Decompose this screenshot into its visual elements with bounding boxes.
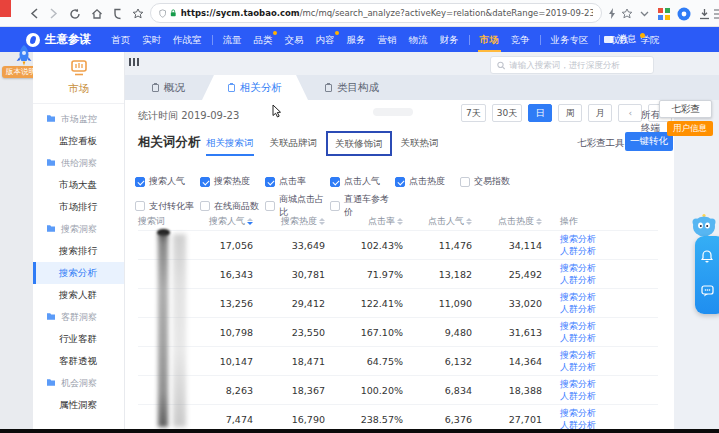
nav-item-home[interactable]: 首页 xyxy=(109,27,132,52)
word-tab-related-search-words[interactable]: 相关搜索词 xyxy=(199,130,261,156)
tab-category-composition[interactable]: 类目构成 xyxy=(308,76,396,100)
action-link-search-analysis[interactable]: 搜索分析 xyxy=(560,378,658,390)
word-tab-modifier-words[interactable]: 关联修饰词 xyxy=(326,131,392,156)
nav-item-finance[interactable]: 财务 xyxy=(438,27,461,52)
search-input[interactable] xyxy=(509,60,647,70)
brand[interactable]: 生意参谋 xyxy=(26,32,91,47)
sidebar-item-search-analysis[interactable]: 搜索分析 xyxy=(33,262,124,284)
tab-related-analysis[interactable]: 相关分析 xyxy=(202,75,308,100)
column-label: 点击人气 xyxy=(428,215,464,228)
nav-item-biz-zone[interactable]: 业务专区 xyxy=(549,27,591,52)
action-link-search-analysis[interactable]: 搜索分析 xyxy=(560,349,658,361)
action-link-crowd-analysis[interactable]: 人群分析 xyxy=(560,361,658,373)
menu-icon[interactable] xyxy=(712,6,719,21)
sidebar-item-attribute-insight[interactable]: 属性洞察 xyxy=(33,394,124,416)
lightning-icon[interactable] xyxy=(604,6,619,21)
one-click-convert-button[interactable]: 一键转化 xyxy=(625,132,673,151)
prev-period-button[interactable]: ‹ xyxy=(618,104,642,122)
sidebar-item-search-insight[interactable]: 搜索洞察 xyxy=(33,218,124,240)
collapse-sidebar-icon[interactable] xyxy=(129,58,139,66)
column-header-click-heat[interactable]: 点击热度 xyxy=(472,215,542,228)
action-link-crowd-analysis[interactable]: 人群分析 xyxy=(560,419,658,429)
history-icon[interactable] xyxy=(110,6,125,21)
action-link-crowd-analysis[interactable]: 人群分析 xyxy=(560,390,658,402)
action-link-crowd-analysis[interactable]: 人群分析 xyxy=(560,303,658,315)
metric-checkbox-search-heat[interactable]: 搜索热度 xyxy=(200,175,265,188)
sidebar-item-industry-customer[interactable]: 行业客群 xyxy=(33,328,124,350)
nav-item-trade[interactable]: 交易 xyxy=(283,27,306,52)
sidebar-item-monitor-board[interactable]: 监控看板 xyxy=(33,130,124,152)
action-link-search-analysis[interactable]: 搜索分析 xyxy=(560,291,658,303)
column-header-search-popularity[interactable]: 搜索人气 xyxy=(198,215,253,228)
action-link-crowd-analysis[interactable]: 人群分析 xyxy=(560,245,658,257)
keyword-search-box[interactable] xyxy=(490,56,654,74)
qicaicha-floating-button[interactable]: 七彩查 xyxy=(659,100,712,118)
action-link-search-analysis[interactable]: 搜索分析 xyxy=(560,262,658,274)
reload-icon[interactable] xyxy=(67,6,82,21)
sidebar-item-customer-perspective[interactable]: 客群透视 xyxy=(33,350,124,372)
metric-checkbox-click-popularity[interactable]: 点击人气 xyxy=(330,175,395,188)
mascot-icon[interactable] xyxy=(691,212,717,238)
word-tab-hot-words[interactable]: 关联热词 xyxy=(394,130,446,156)
nav-item-realtime[interactable]: 实时 xyxy=(140,27,163,52)
bookmark-star-icon[interactable] xyxy=(130,6,145,21)
column-header-click-popularity[interactable]: 点击人气 xyxy=(403,215,472,228)
date-btn-day[interactable]: 日 xyxy=(528,104,552,122)
sidebar-item-market-monitor[interactable]: 市场监控 xyxy=(33,108,124,130)
nav-item-market[interactable]: 市场 xyxy=(478,27,501,52)
action-link-search-analysis[interactable]: 搜索分析 xyxy=(560,320,658,332)
extension-badge-icon[interactable] xyxy=(676,6,691,21)
sidebar-item-market-overview[interactable]: 市场大盘 xyxy=(33,174,124,196)
date-btn-30d[interactable]: 30天 xyxy=(492,104,522,122)
tab-overview[interactable]: 概况 xyxy=(135,76,202,100)
messages-button[interactable]: 消息 xyxy=(604,27,645,52)
nav-item-war-room[interactable]: 作战室 xyxy=(171,27,204,52)
action-link-crowd-analysis[interactable]: 人群分析 xyxy=(560,274,658,286)
extensions-grid-icon[interactable] xyxy=(656,6,671,21)
nav-item-content[interactable]: 内容 xyxy=(314,27,337,52)
bell-icon[interactable] xyxy=(701,250,713,263)
tab-label: 相关分析 xyxy=(240,81,282,95)
sidebar-item-customer-insight[interactable]: 客群洞察 xyxy=(33,306,124,328)
sidebar-item-supply-insight[interactable]: 供给洞察 xyxy=(33,152,124,174)
date-btn-week[interactable]: 周 xyxy=(558,104,582,122)
sidebar-item-market-rank[interactable]: 市场排行 xyxy=(33,196,124,218)
redacted-search-words xyxy=(158,232,168,427)
row-actions: 搜索分析人群分析 xyxy=(542,407,658,429)
chevron-down-icon[interactable] xyxy=(637,6,652,21)
nav-item-service[interactable]: 服务 xyxy=(345,27,368,52)
download-icon[interactable] xyxy=(697,6,712,21)
metric-checkbox-trade-index[interactable]: 交易指数 xyxy=(460,175,525,188)
url-bar[interactable]: https://sycm.taobao.com/mc/mq/search_ana… xyxy=(150,3,602,23)
cell-search-popularity: 7,474 xyxy=(198,414,253,425)
sidebar-item-opportunity-insight[interactable]: 机会洞察 xyxy=(33,372,124,394)
date-btn-7d[interactable]: 7天 xyxy=(461,104,486,122)
word-tabs: 相关搜索词关联品牌词关联修饰词关联热词 xyxy=(199,130,446,156)
nav-item-category[interactable]: 品类 xyxy=(252,27,275,52)
nav-item-compete[interactable]: 竞争 xyxy=(509,27,532,52)
sidebar-item-search-rank[interactable]: 搜索排行 xyxy=(33,240,124,262)
cell-click-rate: 100.20% xyxy=(325,385,403,396)
cell-click-rate: 122.41% xyxy=(325,298,403,309)
star-icon[interactable] xyxy=(619,6,634,21)
back-icon[interactable] xyxy=(27,6,42,21)
nav-item-marketing[interactable]: 营销 xyxy=(376,27,399,52)
action-link-search-analysis[interactable]: 搜索分析 xyxy=(560,407,658,419)
word-tab-brand-words[interactable]: 关联品牌词 xyxy=(263,130,325,156)
chat-icon[interactable] xyxy=(701,285,714,297)
metric-checkbox-click-heat[interactable]: 点击热度 xyxy=(395,175,460,188)
sidebar-menu: 市场监控监控看板供给洞察市场大盘市场排行搜索洞察搜索排行搜索分析搜索人群客群洞察… xyxy=(33,104,124,416)
nav-item-logistics[interactable]: 物流 xyxy=(407,27,430,52)
forward-icon[interactable] xyxy=(46,6,61,21)
nav-item-traffic[interactable]: 流量 xyxy=(221,27,244,52)
home-icon[interactable] xyxy=(89,6,104,21)
column-header-click-rate[interactable]: 点击率 xyxy=(325,215,403,228)
action-link-search-analysis[interactable]: 搜索分析 xyxy=(560,233,658,245)
sidebar-item-search-crowd[interactable]: 搜索人群 xyxy=(33,284,124,306)
action-link-crowd-analysis[interactable]: 人群分析 xyxy=(560,332,658,344)
metric-checkbox-search-popularity[interactable]: 搜索人气 xyxy=(135,175,200,188)
date-btn-month[interactable]: 月 xyxy=(588,104,612,122)
metric-checkbox-click-rate[interactable]: 点击率 xyxy=(265,175,330,188)
user-info-floating-button[interactable]: 用户信息 xyxy=(667,121,713,136)
column-header-search-heat[interactable]: 搜索热度 xyxy=(253,215,325,228)
